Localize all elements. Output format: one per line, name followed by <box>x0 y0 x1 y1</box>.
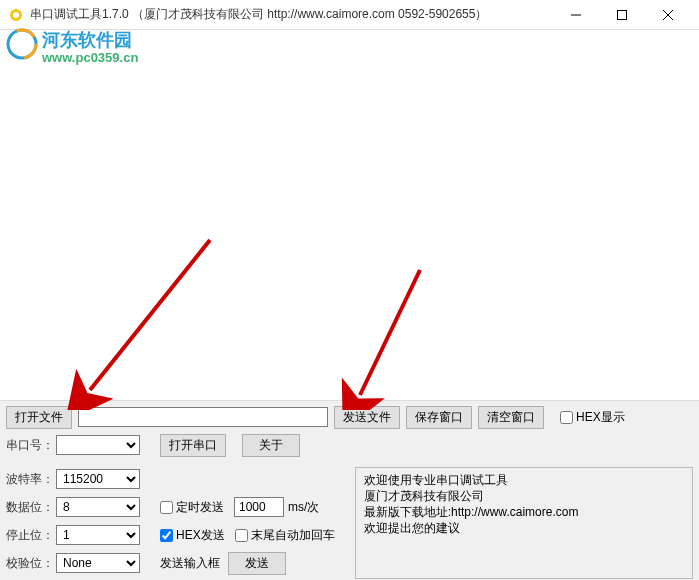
parity-select[interactable]: None <box>56 553 140 573</box>
baud-label: 波特率： <box>6 471 56 488</box>
port-select[interactable] <box>56 435 140 455</box>
svg-line-11 <box>360 270 420 395</box>
output-area <box>0 30 699 400</box>
send-button[interactable]: 发送 <box>228 552 286 575</box>
svg-rect-3 <box>618 10 627 19</box>
append-crlf-checkbox[interactable]: 末尾自动加回车 <box>235 527 335 544</box>
hex-send-checkbox[interactable]: HEX发送 <box>160 527 225 544</box>
open-port-button[interactable]: 打开串口 <box>160 434 226 457</box>
interval-input[interactable] <box>234 497 284 517</box>
stopbits-select[interactable]: 1 <box>56 525 140 545</box>
ms-label: ms/次 <box>288 499 319 516</box>
svg-point-1 <box>13 12 19 18</box>
titlebar: 串口调试工具1.7.0 （厦门才茂科技有限公司 http://www.caimo… <box>0 0 699 30</box>
info-line: 欢迎使用专业串口调试工具 <box>364 472 684 488</box>
info-line: 最新版下载地址:http://www.caimore.com <box>364 504 684 520</box>
databits-select[interactable]: 8 <box>56 497 140 517</box>
info-box: 欢迎使用专业串口调试工具 厦门才茂科技有限公司 最新版下载地址:http://w… <box>355 467 693 579</box>
annotation-arrow-left <box>60 230 220 410</box>
svg-line-10 <box>90 240 210 390</box>
annotation-arrow-right <box>340 260 440 410</box>
file-path-input[interactable] <box>78 407 328 427</box>
about-button[interactable]: 关于 <box>242 434 300 457</box>
minimize-button[interactable] <box>553 0 599 30</box>
baud-select[interactable]: 115200 <box>56 469 140 489</box>
hex-display-checkbox[interactable]: HEX显示 <box>560 409 625 426</box>
window-title: 串口调试工具1.7.0 （厦门才茂科技有限公司 http://www.caimo… <box>30 6 553 23</box>
timed-send-checkbox[interactable]: 定时发送 <box>160 499 224 516</box>
control-panel: 打开文件 发送文件 保存窗口 清空窗口 HEX显示 串口号： 打开串口 关于 波… <box>0 400 699 580</box>
close-button[interactable] <box>645 0 691 30</box>
info-line: 厦门才茂科技有限公司 <box>364 488 684 504</box>
app-icon <box>8 7 24 23</box>
databits-label: 数据位： <box>6 499 56 516</box>
port-label: 串口号： <box>6 437 56 454</box>
send-input-label: 发送输入框 <box>160 555 220 572</box>
clear-window-button[interactable]: 清空窗口 <box>478 406 544 429</box>
maximize-button[interactable] <box>599 0 645 30</box>
parity-label: 校验位： <box>6 555 56 572</box>
stopbits-label: 停止位： <box>6 527 56 544</box>
info-line: 欢迎提出您的建议 <box>364 520 684 536</box>
